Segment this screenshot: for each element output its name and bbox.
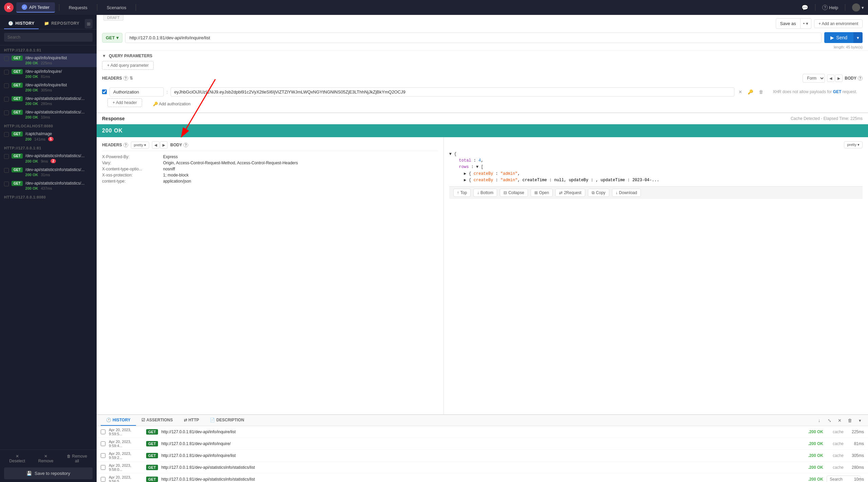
key-icon: 🔑 (748, 89, 753, 95)
status-badge: 200 OK (25, 88, 38, 92)
deselect-button[interactable]: ✕ Deselect (4, 453, 30, 465)
bottom-download-btn[interactable]: ↓ (815, 416, 823, 424)
list-item[interactable]: GET /dev-api/statisticsInfo/statistics/.… (0, 165, 97, 179)
method-badge-get: GET (12, 167, 23, 172)
group-header-1: HTTP://127.0.0.1:81 (0, 45, 97, 54)
bottom-item-time: Apr 20, 2023, 9:59:2... (109, 452, 143, 460)
download-button[interactable]: ↓ Download (612, 189, 641, 197)
bottom-list-item[interactable]: Apr 20, 2023, 9:59:4... GET http://127.0… (97, 438, 868, 450)
bottom-tab-assertions[interactable]: ☑ ASSERTIONS (136, 415, 178, 426)
add-header-button[interactable]: + Add header (107, 98, 142, 107)
item-check-6[interactable] (4, 132, 9, 137)
bottom-item-checkbox-1[interactable] (101, 429, 105, 434)
bottom-maximize-btn[interactable]: ⤡ (825, 416, 833, 424)
bottom-list-item[interactable]: Apr 20, 2023, 9:56:5... GET http://127.0… (97, 474, 868, 482)
copy-button[interactable]: ⧉ Copy (588, 189, 609, 197)
bottom-item-url: http://127.0.0.1:81/dev-api/info/inquire… (161, 429, 800, 434)
resp-headers-info-icon[interactable]: ? (123, 143, 128, 147)
bottom-delete-btn[interactable]: 🗑 (846, 416, 854, 424)
response-title: Response (102, 116, 125, 121)
bottom-item-checkbox-4[interactable] (101, 465, 105, 470)
header-clear-button[interactable]: ✕ (737, 88, 744, 96)
user-menu[interactable]: ▾ (852, 3, 864, 12)
remove-button[interactable]: ✕ Remove (33, 453, 59, 465)
list-item[interactable]: GET /dev-api/info/inquire/list 200 OK 30… (0, 81, 97, 94)
add-param-label: + Add query parameter (107, 63, 149, 68)
resp-key: X-xss-protection: (102, 173, 163, 177)
bottom-item-checkbox-5[interactable] (101, 477, 105, 482)
repository-tab-icon: 📁 (44, 21, 50, 26)
body-pane-info-icon[interactable]: ? (183, 143, 188, 147)
nav-left-arrow-button[interactable]: ◀ (827, 75, 834, 82)
bottom-chevron-btn[interactable]: ▾ (856, 416, 864, 424)
bottom-tab-http[interactable]: ⇄ HTTP (178, 415, 204, 426)
header-checkbox-1[interactable] (102, 89, 107, 94)
header-key-icon-button[interactable]: 🔑 (746, 88, 755, 96)
bottom-list-item[interactable]: Apr 20, 2023, 9:59:5... GET http://127.0… (97, 426, 868, 438)
list-item[interactable]: GET /dev-api/info/inquire/list 200 OK 22… (0, 54, 97, 67)
save-to-repository-button[interactable]: 💾 Save to repository (4, 467, 93, 479)
resp-nav-left[interactable]: ◀ (152, 141, 159, 149)
list-item[interactable]: GET /captchaImage 200 141ms 5 (0, 129, 97, 143)
item-check-9[interactable] (4, 182, 9, 186)
status-badge: 200 OK (25, 75, 38, 79)
send-button[interactable]: ▶ Send (824, 32, 853, 43)
open-button[interactable]: ⊞ Open (531, 189, 553, 197)
list-item[interactable]: GET /dev-api/info/inquire/ 200 OK 81ms (0, 67, 97, 81)
bottom-item-checkbox-2[interactable] (101, 441, 105, 446)
save-as-dropdown-button[interactable]: • ▾ (801, 18, 811, 29)
bottom-button[interactable]: ↓ Bottom (473, 189, 497, 197)
remove-all-button[interactable]: 🗑 Remove all (61, 453, 93, 465)
bottom-tab-history[interactable]: 🕐 HISTORY (101, 415, 136, 426)
nav-tab-api-tester[interactable]: ✓ API Tester (16, 2, 55, 13)
item-check-8[interactable] (4, 168, 9, 173)
nav-right-arrow-button[interactable]: ▶ (835, 75, 843, 82)
url-input[interactable] (125, 33, 822, 43)
bottom-list-item[interactable]: Apr 20, 2023, 9:59:2... GET http://127.0… (97, 450, 868, 462)
save-as-button[interactable]: Save as (776, 18, 801, 29)
nav-tab-scenarios[interactable]: Scenarios (101, 3, 132, 12)
form-select[interactable]: Form (803, 74, 825, 83)
sidebar-tab-history[interactable]: 🕐 HISTORY (4, 18, 39, 29)
send-dropdown-button[interactable]: ▾ (853, 32, 863, 43)
header-value-input[interactable] (171, 87, 735, 97)
item-check-5[interactable] (4, 110, 9, 115)
add-query-param-button[interactable]: + Add query parameter (102, 61, 154, 70)
item-check-1[interactable] (4, 56, 9, 61)
search-input[interactable] (4, 33, 93, 42)
list-item[interactable]: GET /dev-api/statisticsInfo/statistics/.… (0, 151, 97, 165)
header-name-input[interactable] (110, 87, 164, 97)
list-item[interactable]: GET /dev-api/statisticsInfo/statistics/.… (0, 179, 97, 192)
list-item[interactable]: GET /dev-api/statisticsInfo/statistics/.… (0, 94, 97, 108)
query-params-collapse-icon[interactable]: ▼ (102, 54, 106, 58)
pane-label-row: HEADERS ? pretty ▾ ◀ ▶ BODY ? (102, 141, 438, 151)
help-link[interactable]: ? Help (822, 5, 838, 10)
resp-nav-right[interactable]: ▶ (160, 141, 167, 149)
headers-sort-icon[interactable]: ⇅ (130, 76, 133, 81)
header-delete-button[interactable]: 🗑 (757, 88, 765, 96)
collapse-button[interactable]: ⊟ Collapse (500, 189, 528, 197)
top-button[interactable]: ↑ Top (453, 189, 471, 197)
bottom-list-item[interactable]: Apr 20, 2023, 9:58:0... GET http://127.0… (97, 462, 868, 474)
list-item[interactable]: GET /dev-api/statisticsInfo/statistics/.… (0, 108, 97, 121)
sidebar-extra-icon: ⊞ (87, 21, 91, 26)
item-check-3[interactable] (4, 83, 9, 88)
bottom-item-checkbox-3[interactable] (101, 453, 105, 458)
sidebar-tab-repository[interactable]: 📁 REPOSITORY (40, 18, 84, 29)
item-check-7[interactable] (4, 154, 9, 159)
item-check-4[interactable] (4, 97, 9, 102)
bottom-close-btn[interactable]: ✕ (835, 416, 844, 424)
add-environment-button[interactable]: + Add an environment (814, 19, 863, 28)
chat-icon[interactable]: 💬 (802, 4, 808, 11)
body-format-selector[interactable]: pretty ▾ (844, 141, 863, 148)
item-check-2[interactable] (4, 70, 9, 75)
nav-tab-requests[interactable]: Requests (63, 3, 93, 12)
sidebar-extra-btn[interactable]: ⊞ (85, 19, 93, 28)
headers-info-icon[interactable]: ? (123, 76, 128, 81)
body-info-icon[interactable]: ? (858, 76, 863, 81)
bottom-tab-description[interactable]: 📄 DESCRIPTION (204, 415, 250, 426)
headers-format-selector[interactable]: pretty ▾ (131, 142, 150, 149)
method-selector[interactable]: GET ▾ (102, 33, 122, 43)
2request-button[interactable]: ⇄ 2Request (555, 189, 585, 197)
add-authorization-button[interactable]: 🔑 Add authorization (150, 100, 193, 108)
